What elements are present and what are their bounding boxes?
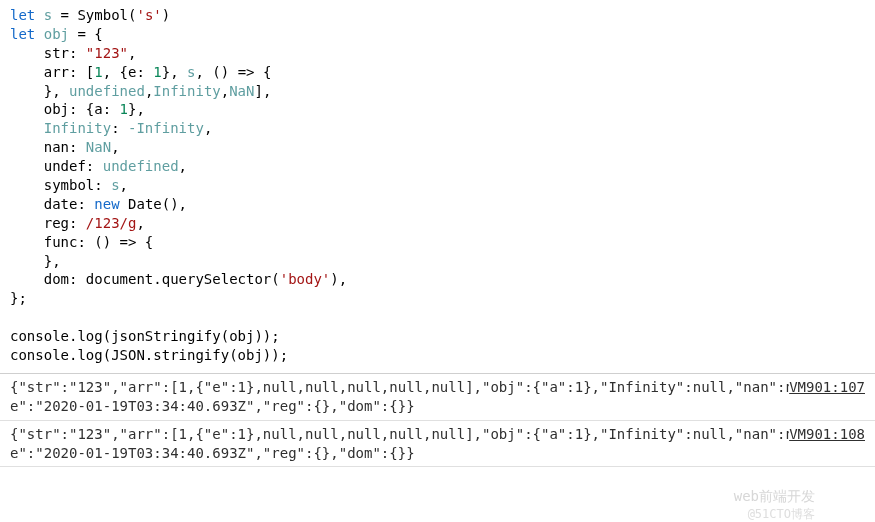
prop-str: str: bbox=[10, 45, 86, 61]
literal-undefined: undefined bbox=[69, 83, 145, 99]
code-text: ], bbox=[254, 83, 271, 99]
code-text: ) bbox=[162, 7, 170, 23]
regex-literal: /123/g bbox=[86, 215, 137, 231]
keyword-let: let bbox=[10, 7, 44, 23]
literal-nan: NaN bbox=[229, 83, 254, 99]
number-literal: 1 bbox=[153, 64, 161, 80]
code-text: : bbox=[111, 120, 128, 136]
code-text: , bbox=[128, 45, 136, 61]
string-literal: 's' bbox=[136, 7, 161, 23]
number-literal: 1 bbox=[120, 101, 128, 117]
watermark-main: web前端开发 bbox=[734, 487, 815, 506]
console-row: {"str":"123","arr":[1,{"e":1},null,null,… bbox=[0, 421, 875, 468]
literal-infinity: Infinity bbox=[44, 120, 111, 136]
console-row: {"str":"123","arr":[1,{"e":1},null,null,… bbox=[0, 374, 875, 421]
prop-symbol: symbol: bbox=[10, 177, 111, 193]
code-text: , bbox=[179, 158, 187, 174]
code-text: , bbox=[136, 215, 144, 231]
prop-reg: reg: bbox=[10, 215, 86, 231]
literal-infinity: Infinity bbox=[153, 83, 220, 99]
code-text: = { bbox=[69, 26, 103, 42]
code-text: , {e: bbox=[103, 64, 154, 80]
prop-date: date: bbox=[10, 196, 94, 212]
code-text: }, bbox=[128, 101, 145, 117]
console-log-call: console.log(JSON.stringify(obj)); bbox=[10, 347, 288, 363]
prop-func: func: () => { bbox=[10, 234, 153, 250]
code-text: , bbox=[221, 83, 229, 99]
code-text: = Symbol( bbox=[52, 7, 136, 23]
prop-obj: obj: {a: bbox=[10, 101, 120, 117]
watermark-sub: @51CTO博客 bbox=[748, 506, 815, 522]
source-link[interactable]: VM901:108 bbox=[789, 425, 865, 444]
keyword-let: let bbox=[10, 26, 44, 42]
console-output: {"str":"123","arr":[1,{"e":1},null,null,… bbox=[0, 373, 875, 468]
code-text: Date(), bbox=[120, 196, 187, 212]
prop-arr: arr: [ bbox=[10, 64, 94, 80]
code-text bbox=[10, 120, 44, 136]
console-message: {"str":"123","arr":[1,{"e":1},null,null,… bbox=[10, 425, 865, 463]
ident-obj: obj bbox=[44, 26, 69, 42]
devtools-snippet: let s = Symbol('s') let obj = { str: "12… bbox=[0, 0, 875, 522]
literal-nan: NaN bbox=[86, 139, 111, 155]
literal-undefined: undefined bbox=[103, 158, 179, 174]
code-text: , bbox=[120, 177, 128, 193]
prop-nan: nan: bbox=[10, 139, 86, 155]
string-literal: "123" bbox=[86, 45, 128, 61]
number-literal: 1 bbox=[94, 64, 102, 80]
code-text: , () => { bbox=[195, 64, 271, 80]
code-text: ), bbox=[330, 271, 347, 287]
ident-s: s bbox=[44, 7, 52, 23]
literal-neg-infinity: -Infinity bbox=[128, 120, 204, 136]
source-link[interactable]: VM901:107 bbox=[789, 378, 865, 397]
code-text: }, bbox=[10, 253, 61, 269]
ident-s: s bbox=[111, 177, 119, 193]
code-editor: let s = Symbol('s') let obj = { str: "12… bbox=[0, 0, 875, 373]
console-log-call: console.log(jsonStringify(obj)); bbox=[10, 328, 280, 344]
code-text: }, bbox=[162, 64, 187, 80]
keyword-new: new bbox=[94, 196, 119, 212]
console-message: {"str":"123","arr":[1,{"e":1},null,null,… bbox=[10, 378, 865, 416]
code-text: , bbox=[111, 139, 119, 155]
code-text: }; bbox=[10, 290, 27, 306]
code-text: , bbox=[204, 120, 212, 136]
string-literal: 'body' bbox=[280, 271, 331, 287]
prop-dom: dom: document.querySelector( bbox=[10, 271, 280, 287]
code-text: }, bbox=[10, 83, 69, 99]
prop-undef: undef: bbox=[10, 158, 103, 174]
